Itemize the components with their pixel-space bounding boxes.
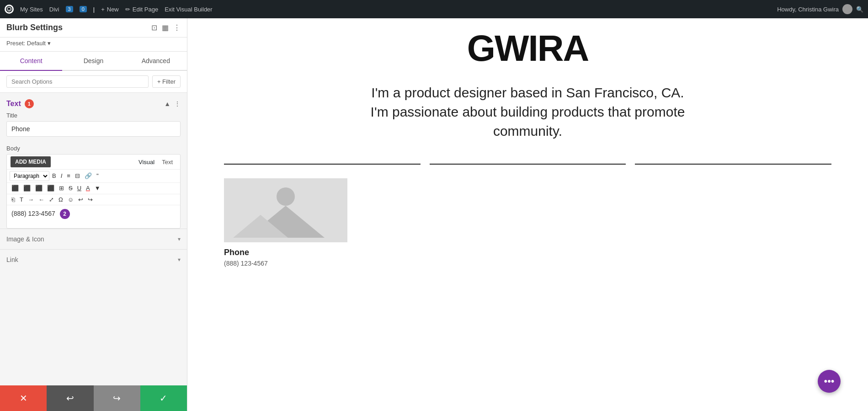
columns-icon[interactable]: ▦ [162, 23, 169, 32]
separator: | [93, 6, 95, 13]
tab-text[interactable]: Text [158, 157, 176, 167]
strikethrough-button[interactable]: S [67, 184, 75, 193]
underline-button[interactable]: U [75, 184, 83, 193]
floating-action-button[interactable]: ••• [818, 370, 841, 393]
outdent-button[interactable]: ← [37, 195, 46, 204]
blockquote-button[interactable]: " [95, 171, 101, 181]
divider-1 [224, 164, 421, 165]
undo-button[interactable]: ↩ [76, 195, 85, 204]
sidebar-title: Blurb Settings [6, 23, 63, 32]
link-header[interactable]: Link ▾ [0, 250, 187, 270]
my-sites-link[interactable]: My Sites [20, 6, 43, 13]
preset-dropdown[interactable]: Preset: Default ▾ [6, 40, 181, 47]
tab-advanced[interactable]: Advanced [125, 52, 187, 70]
admin-bar-right: Howdy, Christina Gwira 🔍 [777, 4, 863, 14]
hero-title: GWIRA [224, 27, 831, 69]
editor-toolbar-row2: ⬛ ⬛ ⬛ ⬛ ⊞ S U A ▼ [7, 183, 180, 194]
text-section-title: Text 1 [6, 99, 34, 108]
divider-3 [635, 164, 831, 165]
more-options-icon[interactable]: ⋮ [174, 100, 181, 107]
body-label: Body [0, 141, 187, 154]
blurb-card: Phone (888) 123-4567 [224, 178, 352, 267]
redo-bottom-button[interactable]: ↪ [94, 385, 140, 411]
title-label: Title [6, 112, 181, 119]
paste-button[interactable]: ⎗ [10, 195, 17, 204]
sidebar-tabs: Content Design Advanced [0, 52, 187, 71]
preset-row: Preset: Default ▾ [0, 37, 187, 52]
avatar [842, 4, 852, 14]
bullet-list-button[interactable]: ≡ [65, 171, 72, 181]
title-field-group: Title [0, 112, 187, 141]
table-button[interactable]: ⊞ [57, 184, 66, 193]
howdy-text: Howdy, Christina Gwira [777, 6, 839, 13]
link-title: Link [6, 256, 18, 263]
more-icon[interactable]: ⋮ [173, 23, 181, 32]
emoji-button[interactable]: ☺ [66, 195, 75, 204]
badge-1: 1 [25, 99, 34, 108]
search-input[interactable] [6, 75, 149, 88]
blurb-image [224, 178, 347, 242]
new-link[interactable]: + New [101, 6, 119, 13]
editor-container: ADD MEDIA Visual Text Paragraph B I ≡ ⊟ … [6, 154, 181, 229]
admin-bar-left: My Sites Divi 3 0 | + New ✏ Edit Page Ex… [5, 5, 213, 14]
tab-visual[interactable]: Visual [135, 157, 158, 167]
exit-visual-builder-link[interactable]: Exit Visual Builder [165, 6, 213, 13]
chevron-down-icon-link: ▾ [178, 256, 181, 263]
fullscreen-button[interactable]: ⤢ [47, 195, 56, 204]
badge-2: 2 [60, 209, 70, 219]
edit-page-link[interactable]: ✏ Edit Page [125, 6, 158, 13]
align-right-button[interactable]: ⬛ [33, 184, 44, 193]
editor-toolbar-row1: Paragraph B I ≡ ⊟ 🔗 " [7, 170, 180, 183]
comments-bubble[interactable]: 0 [80, 6, 87, 12]
comments-count[interactable]: 3 [66, 6, 73, 12]
sidebar-search: + Filter [0, 71, 187, 93]
image-icon-title: Image & Icon [6, 235, 44, 243]
collapse-icon[interactable]: ▲ [164, 100, 170, 107]
editor-view-tabs: Visual Text [135, 157, 176, 167]
text-section-header: Text 1 ▲ ⋮ [0, 93, 187, 112]
arrow-button[interactable]: ▼ [93, 184, 102, 193]
clear-format-button[interactable]: T [18, 195, 25, 204]
content-area: GWIRA I'm a product designer based in Sa… [187, 18, 868, 411]
align-left-button[interactable]: ⬛ [10, 184, 21, 193]
responsive-icon[interactable]: ⊡ [151, 23, 157, 32]
image-icon-header[interactable]: Image & Icon ▾ [0, 229, 187, 249]
blurb-title: Phone [224, 248, 352, 257]
numbered-list-button[interactable]: ⊟ [73, 171, 82, 181]
filter-button[interactable]: + Filter [152, 75, 181, 88]
edit-icon: ✏ [125, 6, 130, 13]
sidebar: Blurb Settings ⊡ ▦ ⋮ Preset: Default ▾ C… [0, 18, 187, 411]
bold-button[interactable]: B [50, 171, 58, 181]
sidebar-bottom-toolbar: ✕ ↩ ↪ ✓ [0, 385, 187, 411]
align-center-button[interactable]: ⬛ [21, 184, 32, 193]
divi-link[interactable]: Divi [49, 6, 59, 13]
blurb-body: (888) 123-4567 [224, 260, 352, 267]
divider-2 [430, 164, 626, 165]
italic-button[interactable]: I [59, 171, 64, 181]
title-input[interactable] [6, 121, 181, 137]
redo-button[interactable]: ↪ [86, 195, 95, 204]
svg-point-2 [277, 187, 295, 206]
link-section: Link ▾ [0, 249, 187, 270]
wordpress-icon[interactable] [5, 5, 14, 14]
align-justify-button[interactable]: ⬛ [45, 184, 56, 193]
indent-button[interactable]: → [26, 195, 36, 204]
paragraph-select[interactable]: Paragraph [10, 171, 49, 181]
tab-content[interactable]: Content [0, 52, 62, 71]
undo-bottom-button[interactable]: ↩ [47, 385, 93, 411]
add-media-button[interactable]: ADD MEDIA [11, 156, 51, 167]
cancel-button[interactable]: ✕ [0, 385, 47, 411]
special-char-button[interactable]: Ω [57, 195, 65, 204]
tab-design[interactable]: Design [62, 52, 124, 70]
color-button[interactable]: A [84, 184, 92, 193]
sidebar-header: Blurb Settings ⊡ ▦ ⋮ [0, 18, 187, 37]
editor-content[interactable]: (888) 123-4567 2 [7, 205, 180, 228]
search-icon[interactable]: 🔍 [856, 6, 863, 13]
sidebar-header-icons: ⊡ ▦ ⋮ [151, 23, 181, 32]
hero-desc: I'm a product designer based in San Fran… [368, 83, 688, 141]
chevron-down-icon: ▾ [178, 236, 181, 242]
main-layout: Blurb Settings ⊡ ▦ ⋮ Preset: Default ▾ C… [0, 18, 868, 411]
link-button[interactable]: 🔗 [83, 171, 94, 181]
save-button[interactable]: ✓ [140, 385, 187, 411]
image-icon-section: Image & Icon ▾ [0, 229, 187, 249]
